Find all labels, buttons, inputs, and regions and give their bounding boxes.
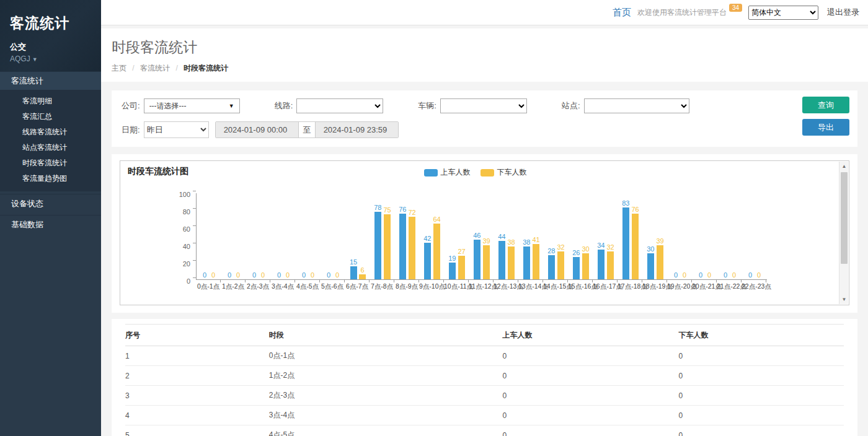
scrollbar-thumb[interactable] (841, 172, 848, 264)
col-header-index: 序号 (125, 325, 269, 346)
line-label: 线路: (275, 100, 293, 111)
y-axis-tick (193, 208, 196, 209)
language-select[interactable]: 简体中文 (748, 6, 818, 20)
bar-value-label: 0 (699, 271, 702, 279)
legend-label-boarding: 上车人数 (441, 167, 471, 178)
bar-value-label: 44 (498, 233, 505, 240)
x-axis-label: 10点-11点 (444, 280, 469, 291)
org-code-dropdown[interactable]: AQGJ▼ (10, 54, 91, 63)
chart-box: 时段车流统计图 上车人数 下车人数 0000000000001567875767… (120, 160, 849, 305)
bar-group: 2630 (569, 193, 593, 279)
table-cell: 1 (125, 346, 269, 366)
table-cell: 0 (678, 406, 844, 425)
org-name: 公交 (10, 41, 91, 53)
y-axis-label: 100 (172, 191, 190, 198)
sidebar-subitem[interactable]: 客流量趋势图 (0, 171, 101, 186)
col-header-period: 时段 (269, 325, 503, 346)
bar (483, 245, 490, 279)
station-label: 站点: (562, 100, 580, 111)
filter-row-1: 公司: ---请选择--- ▼ 线路: 车辆: 站点: (122, 98, 848, 113)
bar-value-label: 27 (458, 248, 466, 255)
bar-value-label: 0 (748, 271, 752, 279)
station-select[interactable] (584, 98, 689, 113)
bar-group: 00 (271, 193, 296, 279)
breadcrumb-passenger-stats[interactable]: 客流统计 (140, 64, 170, 72)
company-label: 公司: (122, 100, 140, 111)
sidebar-subitem[interactable]: 站点客流统计 (0, 140, 101, 155)
table-cell: 0 (678, 425, 844, 436)
date-start-input[interactable]: 2024-01-09 00:00 (216, 122, 298, 137)
table-cell: 5 (125, 425, 269, 436)
x-axis-label: 5点-6点 (320, 280, 345, 291)
bar-value-label: 0 (724, 271, 727, 279)
bar-group: 2832 (544, 193, 569, 279)
bar-group: 4438 (494, 193, 519, 279)
bar-value-label: 0 (311, 271, 314, 279)
bar (598, 250, 604, 279)
scrollbar-down-arrow[interactable]: ▼ (839, 295, 849, 304)
breadcrumb-current: 时段客流统计 (184, 64, 228, 72)
chart-scrollbar[interactable]: ▲ ▼ (839, 162, 848, 304)
bar-value-label: 38 (508, 238, 515, 246)
breadcrumb-home[interactable]: 主页 (112, 64, 126, 72)
chart-plot: 0000000000001567875767242641927463944383… (196, 193, 767, 291)
bar-value-label: 0 (261, 271, 265, 279)
date-range-group: 2024-01-09 00:00 至 2024-01-09 23:59 (215, 121, 399, 138)
bar (533, 244, 539, 279)
x-axis-label: 14点-15点 (543, 280, 568, 291)
sidebar-subitem[interactable]: 客流明细 (0, 94, 101, 109)
home-link[interactable]: 首页 (613, 7, 631, 19)
sidebar-subitem[interactable]: 线路客流统计 (0, 124, 101, 140)
x-axis-label: 20点-21点 (692, 280, 717, 291)
bar-value-label: 38 (523, 238, 530, 246)
bar-value-label: 19 (448, 255, 456, 262)
table-cell: 0 (502, 346, 678, 366)
vehicle-select[interactable] (440, 98, 527, 113)
search-button[interactable]: 查询 (802, 97, 849, 113)
dropdown-arrow-icon: ▼ (229, 103, 234, 109)
bar-value-label: 0 (302, 271, 306, 279)
welcome-text: 欢迎使用客流统计管理平台 (637, 7, 727, 18)
sidebar-subitem[interactable]: 时段客流统计 (0, 155, 101, 171)
bar-value-label: 0 (203, 271, 206, 279)
bar (632, 214, 639, 279)
bar (523, 246, 530, 279)
hourly-stats-table: 序号 时段 上车人数 下车人数 10点-1点0021点-2点0032点-3点00… (125, 324, 844, 436)
bar-group: 8376 (618, 193, 643, 279)
sidebar-subitem[interactable]: 客流汇总 (0, 109, 101, 124)
bar (433, 224, 440, 279)
x-axis-label: 16点-17点 (593, 280, 618, 291)
sidebar-section-base-data[interactable]: 基础数据 (0, 215, 101, 233)
bar-value-label: 0 (277, 271, 281, 279)
bar (657, 245, 663, 279)
bar-value-label: 32 (607, 243, 614, 251)
date-label: 日期: (122, 124, 140, 136)
bar (359, 274, 366, 279)
notification-badge: 34 (729, 4, 742, 12)
table-header-row: 序号 时段 上车人数 下车人数 (125, 325, 844, 346)
table-row: 43点-4点00 (125, 406, 844, 425)
chart-panel: 时段车流统计图 上车人数 下车人数 0000000000001567875767… (112, 154, 857, 313)
bar-group: 00 (693, 193, 717, 279)
sidebar-submenu: 客流明细客流汇总线路客流统计站点客流统计时段客流统计客流量趋势图 (0, 90, 101, 191)
table-cell: 4 (125, 406, 269, 425)
y-axis-tick (193, 277, 196, 278)
company-select[interactable]: ---请选择--- ▼ (144, 98, 240, 113)
line-select[interactable] (296, 98, 383, 113)
sidebar-section-device-status[interactable]: 设备状态 (0, 194, 101, 212)
scrollbar-up-arrow[interactable]: ▲ (839, 162, 849, 171)
date-preset-select[interactable]: 昨日 (144, 121, 209, 138)
bar-group: 00 (296, 193, 321, 279)
y-axis-tick (193, 243, 196, 243)
date-end-input[interactable]: 2024-01-09 23:59 (316, 122, 398, 137)
bar (498, 241, 505, 279)
table-row: 32点-3点00 (125, 386, 844, 406)
export-button[interactable]: 导出 (802, 119, 849, 136)
logout-link[interactable]: 退出登录 (827, 7, 859, 18)
sidebar-section-passenger-stats[interactable]: 客流统计 (0, 71, 101, 90)
bar-value-label: 34 (597, 242, 604, 249)
y-axis-label: 40 (172, 243, 190, 250)
table-cell: 2点-3点 (269, 386, 503, 406)
bar (449, 263, 456, 279)
bar-group: 00 (742, 193, 767, 279)
